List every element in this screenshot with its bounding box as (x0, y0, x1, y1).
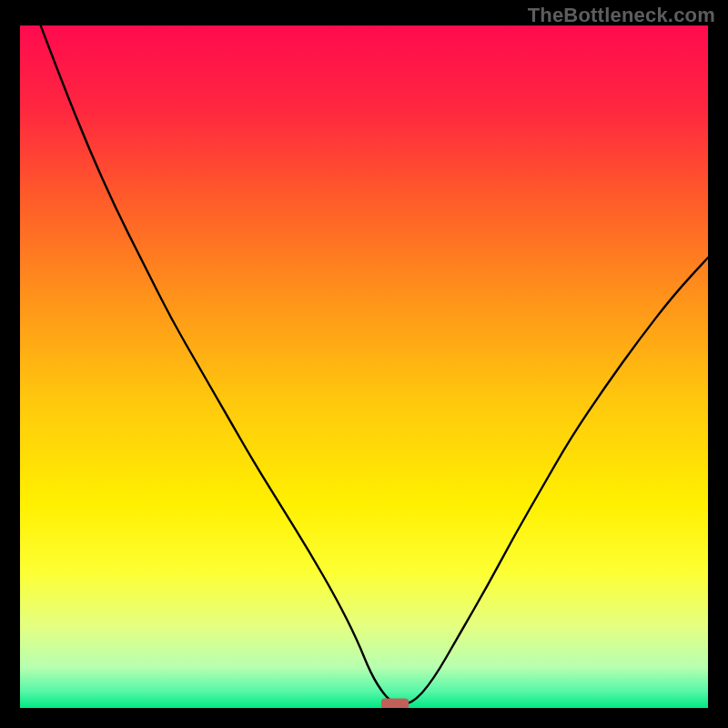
gradient-rect (20, 25, 708, 708)
minimum-marker-icon (381, 699, 409, 709)
chart-svg (20, 25, 708, 708)
chart-frame: TheBottleneck.com (0, 0, 728, 728)
watermark-text: TheBottleneck.com (528, 4, 715, 27)
plot-area (20, 25, 708, 708)
